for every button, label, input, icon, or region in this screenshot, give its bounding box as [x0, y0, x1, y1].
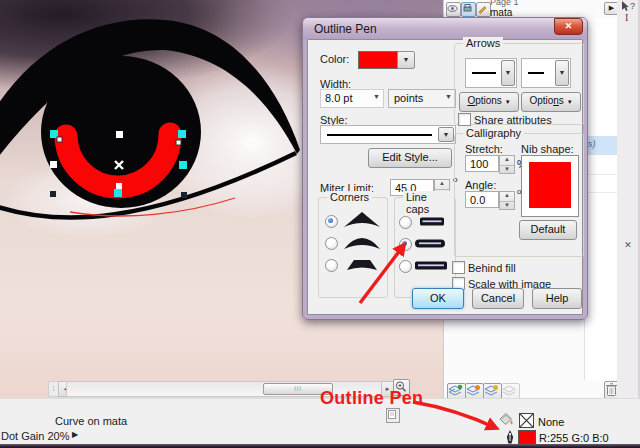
paint-bucket-icon[interactable] — [497, 412, 514, 427]
nib-shape-swatch — [529, 162, 571, 208]
solid-line-style-glyph — [327, 134, 432, 136]
angle-stepper[interactable]: ▲▼ — [499, 191, 515, 210]
nib-shape-label: Nib shape: — [521, 143, 574, 155]
corners-group: Corners — [318, 197, 388, 298]
ok-button[interactable]: OK — [412, 288, 464, 309]
dropdown-arrow-icon: ▼ — [373, 93, 380, 100]
share-attributes-label: Share attributes — [474, 114, 552, 126]
width-unit-value: points — [394, 92, 423, 104]
dropdown-arrow-icon: ▼ — [505, 99, 511, 105]
width-combo[interactable]: 8.0 pt ▼ — [320, 89, 384, 108]
node-handle[interactable] — [176, 140, 181, 145]
row-divider — [585, 192, 619, 193]
help-button[interactable]: Help — [532, 288, 582, 309]
line-caps-group: Line caps — [394, 197, 456, 298]
list-row-fragment: s) — [588, 139, 596, 149]
dropdown-arrow-icon: ▼ — [445, 93, 452, 100]
corners-group-label: Corners — [327, 191, 372, 203]
selected-list-row[interactable]: s) — [585, 136, 619, 155]
line-caps-group-label: Line caps — [403, 191, 455, 215]
spinner-down-icon[interactable]: ▼ — [500, 166, 514, 175]
nib-shape-preview[interactable] — [521, 155, 579, 217]
outline-pen-dialog: Outline Pen ✕ Color: ▼ Width: 8.0 pt ▼ p… — [302, 17, 588, 320]
node-handle[interactable] — [57, 137, 62, 142]
spinner-up-icon[interactable]: ▲ — [500, 192, 514, 202]
share-attributes-checkbox[interactable] — [458, 113, 471, 126]
spinner-down-icon[interactable]: ▼ — [500, 202, 514, 211]
selection-handle[interactable] — [50, 161, 57, 168]
width-units-combo[interactable]: points ▼ — [388, 89, 456, 108]
linecap-square-glyph — [413, 261, 451, 271]
selection-handle[interactable] — [114, 189, 122, 197]
cap-square-radio[interactable] — [399, 260, 412, 273]
corner-round-radio[interactable] — [325, 237, 338, 250]
selection-handle[interactable] — [116, 183, 122, 189]
selection-handle[interactable] — [179, 161, 187, 169]
selection-handle[interactable] — [50, 191, 56, 197]
spinner-up-icon[interactable]: ▲ — [500, 156, 514, 166]
new-master-layer-icon[interactable] — [465, 383, 484, 398]
corner-bevel-radio[interactable] — [325, 259, 338, 272]
pen-nib-icon[interactable] — [505, 429, 515, 445]
page-icon — [386, 408, 400, 423]
dialog-titlebar[interactable]: Outline Pen ✕ — [303, 18, 587, 39]
color-dropdown[interactable]: ▼ — [397, 51, 415, 69]
angle-input[interactable]: 0.0 — [465, 191, 499, 208]
new-master-layer-all-icon[interactable] — [483, 383, 502, 398]
outline-color-swatch[interactable] — [358, 51, 398, 69]
cancel-button[interactable]: Cancel — [472, 288, 524, 309]
angle-label: Angle: — [465, 179, 496, 191]
ibeam-icon: I — [625, 12, 628, 23]
annotation-text: Outline Pen — [320, 388, 423, 409]
dropdown-arrow-icon[interactable]: ▼ — [501, 60, 515, 86]
spinner-up-icon[interactable]: ▲ — [435, 180, 449, 190]
width-value: 8.0 pt — [325, 92, 353, 104]
close-icon[interactable]: ✕ — [554, 18, 583, 35]
dropdown-arrow-icon: ▼ — [403, 56, 410, 63]
corner-bevel-glyph — [342, 256, 384, 272]
help-cursor-icon: ? — [620, 0, 638, 13]
page-label: Page 1 — [490, 0, 519, 7]
options-button-start[interactable]: Options ▼ — [459, 92, 519, 112]
calligraphy-group: Calligraphy Stretch: 100 ▲▼ % Nib shape:… — [454, 133, 584, 257]
selection-handle[interactable] — [181, 192, 187, 198]
linecap-round-glyph — [413, 239, 451, 249]
new-master-layer-odd-icon[interactable] — [501, 383, 520, 398]
stretch-stepper[interactable]: ▲▼ — [499, 155, 515, 174]
calligraphy-group-label: Calligraphy — [463, 127, 524, 139]
end-arrowhead-combo[interactable]: ▼ — [521, 58, 571, 88]
options-button-end[interactable]: Options ▼ — [521, 92, 581, 112]
behind-fill-label: Behind fill — [468, 262, 516, 274]
dropdown-arrow-icon[interactable]: ▼ — [555, 60, 569, 86]
pencil-edit-icon[interactable] — [476, 2, 491, 17]
selection-handle[interactable] — [116, 131, 123, 138]
default-button[interactable]: Default — [519, 220, 577, 240]
selection-handle[interactable] — [178, 130, 186, 138]
arrows-group: Arrows ▼ ▼ Options ▼ Options ▼ — [454, 43, 584, 125]
dialog-title: Outline Pen — [314, 22, 377, 36]
none-fill-icon[interactable] — [519, 413, 534, 428]
arrowhead-none-glyph — [472, 72, 496, 74]
printer-icon[interactable] — [461, 2, 476, 17]
corner-miter-radio[interactable] — [325, 215, 338, 228]
window-bottom-edge — [0, 444, 640, 448]
corner-miter-glyph — [342, 211, 384, 229]
arrowhead-none-glyph — [528, 72, 544, 74]
cap-butt-radio[interactable] — [399, 216, 412, 229]
close-docker-icon[interactable]: ✕ — [622, 239, 634, 251]
selection-info: Curve on mata — [55, 415, 127, 427]
start-arrowhead-combo[interactable]: ▼ — [465, 58, 517, 88]
new-layer-icon[interactable] — [447, 383, 466, 398]
cap-round-radio[interactable] — [399, 238, 412, 251]
edit-style-button[interactable]: Edit Style... — [368, 148, 452, 168]
fill-status-value: None — [538, 416, 564, 428]
proof-color-setting[interactable]: Dot Gain 20% — [1, 430, 69, 442]
svg-text:?: ? — [630, 1, 635, 11]
flyout-arrow-icon[interactable]: ▶ — [72, 430, 78, 439]
dropdown-arrow-icon[interactable]: ▼ — [438, 127, 454, 142]
stretch-input[interactable]: 100 — [465, 155, 499, 172]
style-combo[interactable]: ▼ — [320, 125, 456, 144]
linecap-butt-glyph — [413, 217, 451, 227]
eye-visibility-icon[interactable] — [446, 2, 461, 17]
behind-fill-checkbox[interactable] — [452, 261, 465, 274]
